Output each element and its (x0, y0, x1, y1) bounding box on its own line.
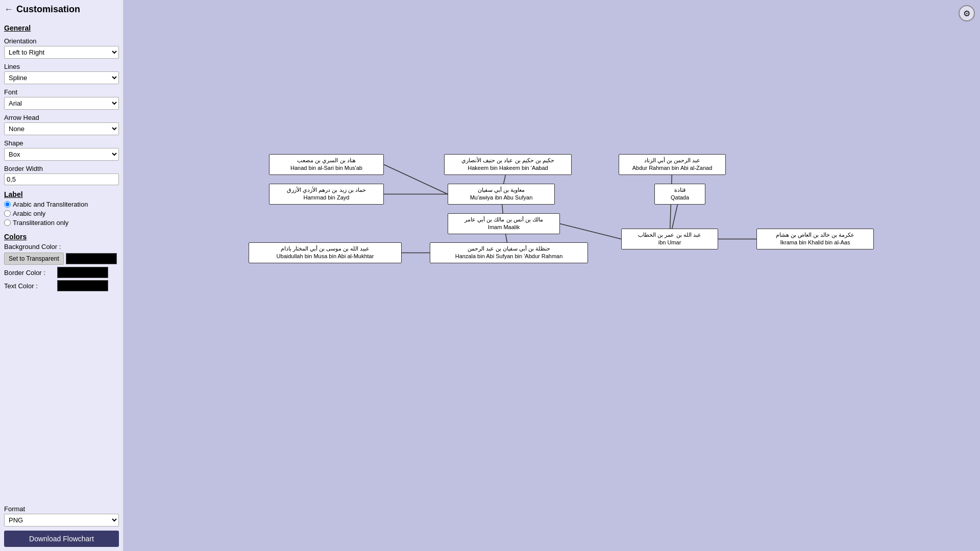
orientation-select[interactable]: Left to RightRight to LeftTop to BottomB… (4, 46, 119, 59)
label-section-title: Label (4, 190, 119, 198)
flow-node-n6[interactable]: قتادةQatada (654, 184, 705, 205)
flow-node-n5[interactable]: معاوية بن أبي سفيانMu'awiya ibn Abu Sufy… (448, 184, 555, 205)
font-label: Font (4, 88, 119, 96)
radio-label-r2: Arabic only (4, 210, 119, 217)
node-arabic-n6: قتادة (658, 186, 702, 194)
flow-node-n1[interactable]: هناد بن السري بن مصعبHanad bin al-Sari b… (269, 154, 384, 175)
radio-text-r3: Transliteration only (13, 219, 68, 227)
connectors-svg (124, 0, 980, 551)
label-radio-group: Arabic and TransliterationArabic onlyTra… (4, 201, 119, 227)
shape-label: Shape (4, 139, 119, 147)
flow-node-n3[interactable]: عبد الرحمن بن أبي الزنادAbdur Rahman bin… (619, 154, 726, 175)
node-latin-n9: Ikrama bin Khalid bin al-Aas (760, 239, 870, 246)
border-color-row: Border Color : (4, 267, 119, 278)
node-arabic-n8: عبد الله بن عمر بن الخطاب (625, 231, 715, 239)
radio-r1[interactable] (4, 201, 11, 208)
flow-node-n2[interactable]: حكيم بن حكيم بن عباد بن حنيف الأنصاريHak… (444, 154, 572, 175)
radio-text-r2: Arabic only (13, 210, 45, 217)
page-title: Customisation (16, 4, 80, 15)
flow-node-n10[interactable]: عبيد الله بن موسى بن أبي المختار باذامUb… (249, 242, 402, 263)
connector-n7-n8 (560, 224, 621, 239)
node-latin-n6: Qatada (658, 194, 702, 202)
border-color-swatch[interactable] (57, 267, 108, 278)
node-arabic-n1: هناد بن السري بن مصعب (273, 157, 380, 164)
settings-icon-button[interactable]: ⚙ (959, 5, 975, 21)
flow-node-n4[interactable]: حماد بن زيد بن درهم الأزدي الأزرقHammad … (269, 184, 384, 205)
general-section-title: General (4, 24, 119, 32)
radio-r2[interactable] (4, 210, 11, 217)
node-arabic-n10: عبيد الله بن موسى بن أبي المختار باذام (252, 245, 398, 253)
connector-n1-n5 (384, 165, 448, 194)
main-canvas: هناد بن السري بن مصعبHanad bin al-Sari b… (124, 0, 980, 551)
background-color-label: Background Color : (4, 243, 61, 251)
node-latin-n8: ibn Umar (625, 239, 715, 246)
colors-section-title: Colors (4, 233, 119, 241)
arrow-head-select[interactable]: NoneArrowDiamond (4, 122, 119, 135)
sidebar-header: ← Customisation (4, 4, 119, 15)
node-arabic-n5: معاوية بن أبي سفيان (451, 186, 551, 194)
radio-label-r1: Arabic and Transliteration (4, 201, 119, 208)
radio-text-r1: Arabic and Transliteration (13, 201, 88, 208)
node-arabic-n11: حنظلة بن أبي سفيان بن عبد الرحمن (433, 245, 584, 253)
back-button[interactable]: ← (4, 4, 13, 15)
format-select[interactable]: PNGSVGPDF (4, 514, 119, 527)
node-latin-n5: Mu'awiya ibn Abu Sufyan (451, 194, 551, 202)
node-latin-n3: Abdur Rahman bin Abi al-Zanad (622, 164, 722, 172)
background-color-row: Background Color : (4, 243, 119, 251)
text-color-swatch[interactable] (57, 280, 108, 291)
radio-r3[interactable] (4, 219, 11, 226)
lines-select[interactable]: SplineStraightCurved (4, 71, 119, 84)
border-color-label: Border Color : (4, 269, 55, 277)
flow-node-n11[interactable]: حنظلة بن أبي سفيان بن عبد الرحمنHanzala … (430, 242, 588, 263)
canvas-area: هناد بن السري بن مصعبHanad bin al-Sari b… (124, 0, 980, 551)
border-width-label: Border Width (4, 165, 119, 172)
orientation-label: Orientation (4, 37, 119, 45)
node-arabic-n3: عبد الرحمن بن أبي الزناد (622, 157, 722, 164)
node-latin-n7: Imam Maalik (451, 223, 556, 231)
text-color-row: Text Color : (4, 280, 119, 291)
border-width-input[interactable] (4, 173, 119, 185)
node-latin-n2: Hakeem bin Hakeem bin 'Aabad (448, 164, 568, 172)
set-transparent-button[interactable]: Set to Transparent (4, 253, 64, 265)
sidebar: ← Customisation General Orientation Left… (0, 0, 124, 551)
node-arabic-n4: حماد بن زيد بن درهم الأزدي الأزرق (273, 186, 380, 194)
flow-node-n9[interactable]: عكرمة بن خالد بن العاص بن هشامIkrama bin… (756, 229, 874, 249)
settings-gear-icon: ⚙ (963, 9, 970, 18)
font-select[interactable]: ArialTimes New RomanCourier New (4, 97, 119, 110)
node-latin-n4: Hammad bin Zayd (273, 194, 380, 202)
node-arabic-n9: عكرمة بن خالد بن العاص بن هشام (760, 231, 870, 239)
background-color-swatch[interactable] (66, 253, 117, 264)
radio-label-r3: Transliteration only (4, 219, 119, 227)
shape-select[interactable]: BoxCircleEllipse (4, 148, 119, 161)
flow-node-n7[interactable]: مالك بن أنس بن مالك بن أبي عامرImam Maal… (448, 213, 560, 234)
node-arabic-n2: حكيم بن حكيم بن عباد بن حنيف الأنصاري (448, 157, 568, 164)
text-color-label: Text Color : (4, 282, 55, 290)
arrow-head-label: Arrow Head (4, 114, 119, 121)
node-latin-n10: Ubaidullah bin Musa bin Abi al-Mukhtar (252, 253, 398, 260)
node-arabic-n7: مالك بن أنس بن مالك بن أبي عامر (451, 216, 556, 223)
download-button[interactable]: Download Flowchart (4, 531, 119, 547)
lines-label: Lines (4, 63, 119, 70)
flow-node-n8[interactable]: عبد الله بن عمر بن الخطابibn Umar (621, 229, 718, 249)
node-latin-n1: Hanad bin al-Sari bin Mus'ab (273, 164, 380, 172)
format-label: Format (4, 505, 119, 513)
node-latin-n11: Hanzala bin Abi Sufyan bin 'Abdur Rahman (433, 253, 584, 260)
